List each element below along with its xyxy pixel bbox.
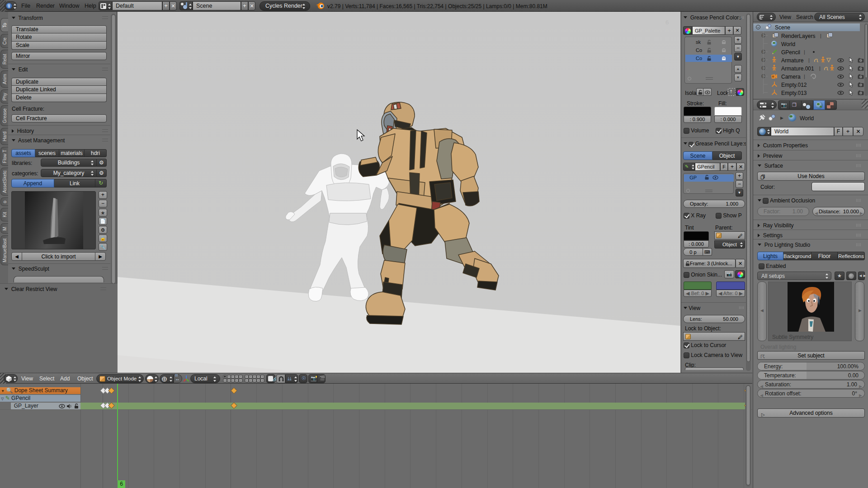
svg-text:6: 6 — [665, 19, 669, 26]
